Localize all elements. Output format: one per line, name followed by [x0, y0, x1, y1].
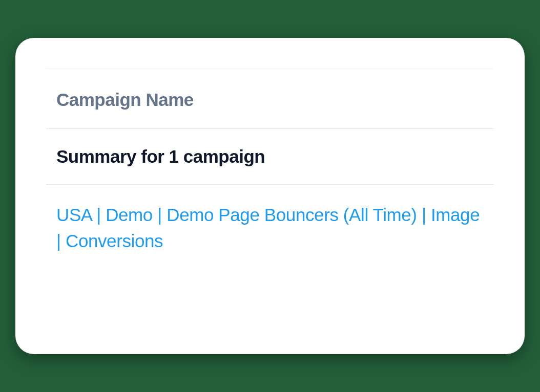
- summary-text: Summary for 1 campaign: [56, 146, 494, 167]
- table-header: Campaign Name: [46, 69, 494, 129]
- campaign-card: Campaign Name Summary for 1 campaign USA…: [15, 38, 525, 354]
- column-header-campaign-name: Campaign Name: [56, 90, 494, 110]
- campaign-link[interactable]: USA | Demo | Demo Page Bouncers (All Tim…: [56, 205, 480, 251]
- summary-row: Summary for 1 campaign: [46, 129, 494, 185]
- campaign-row: USA | Demo | Demo Page Bouncers (All Tim…: [46, 185, 494, 254]
